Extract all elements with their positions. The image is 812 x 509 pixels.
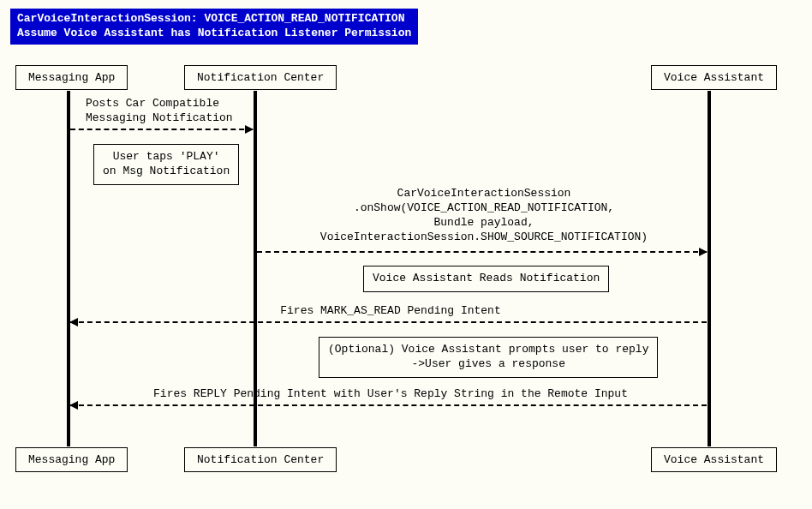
lifeline-voice-assistant — [708, 91, 711, 446]
msg-line: Bundle payload, — [262, 216, 706, 231]
participant-voice-assistant-bottom: Voice Assistant — [651, 447, 777, 472]
note-line: Voice Assistant Reads Notification — [373, 272, 600, 284]
note-line: User taps 'PLAY' — [103, 150, 230, 165]
arrow-msg1 — [70, 129, 253, 130]
arrow-msg2 — [257, 251, 707, 253]
lifeline-messaging-app — [67, 91, 70, 446]
note-optional-reply: (Optional) Voice Assistant prompts user … — [319, 337, 658, 378]
note-line: ->User gives a response — [328, 357, 648, 372]
msg-line: CarVoiceInteractionSession — [262, 187, 706, 201]
msg-reply-intent: Fires REPLY Pending Intent with User's R… — [75, 387, 706, 402]
participant-messaging-app-bottom: Messaging App — [15, 447, 128, 472]
msg-line: Fires MARK_AS_READ Pending Intent — [280, 304, 500, 317]
participant-label: Voice Assistant — [664, 453, 764, 466]
participant-notification-center-bottom: Notification Center — [184, 447, 337, 472]
arrow-msg3 — [70, 321, 707, 323]
title-line-1: CarVoiceInteractionSession: VOICE_ACTION… — [17, 12, 411, 27]
msg-posts-notification: Posts Car Compatible Messaging Notificat… — [86, 97, 257, 126]
note-line: on Msg Notification — [103, 165, 230, 179]
participant-label: Notification Center — [197, 71, 324, 84]
title-line-2: Assume Voice Assistant has Notification … — [17, 27, 411, 41]
participant-label: Notification Center — [197, 453, 324, 466]
note-line: (Optional) Voice Assistant prompts user … — [328, 343, 648, 357]
msg-line: VoiceInteractionSession.SHOW_SOURCE_NOTI… — [262, 231, 706, 245]
msg-line: Posts Car Compatible — [86, 97, 257, 111]
diagram-title: CarVoiceInteractionSession: VOICE_ACTION… — [10, 9, 418, 45]
msg-line: Fires REPLY Pending Intent with User's R… — [153, 387, 628, 400]
msg-line: Messaging Notification — [86, 111, 257, 126]
participant-messaging-app-top: Messaging App — [15, 65, 128, 90]
note-va-reads: Voice Assistant Reads Notification — [363, 266, 609, 292]
msg-onshow: CarVoiceInteractionSession .onShow(VOICE… — [262, 187, 706, 245]
participant-voice-assistant-top: Voice Assistant — [651, 65, 777, 90]
msg-line: .onShow(VOICE_ACTION_READ_NOTIFICATION, — [262, 201, 706, 216]
participant-notification-center-top: Notification Center — [184, 65, 337, 90]
participant-label: Messaging App — [28, 71, 115, 84]
msg-mark-as-read: Fires MARK_AS_READ Pending Intent — [75, 304, 706, 319]
arrow-msg4 — [70, 404, 707, 406]
participant-label: Voice Assistant — [664, 71, 764, 84]
participant-label: Messaging App — [28, 453, 115, 466]
note-user-taps-play: User taps 'PLAY' on Msg Notification — [93, 144, 239, 185]
